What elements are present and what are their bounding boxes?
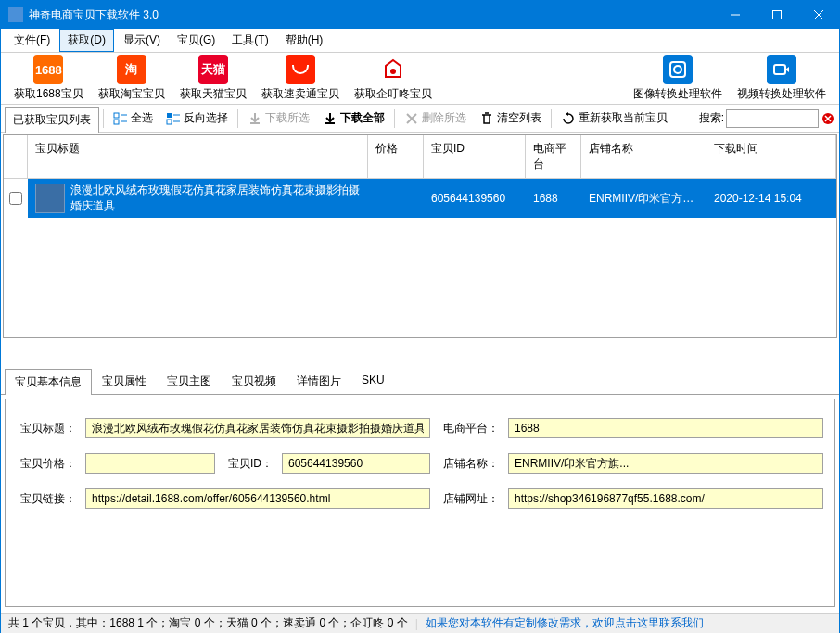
menu-help[interactable]: 帮助(H)	[278, 30, 331, 51]
field-platform[interactable]	[508, 418, 823, 438]
row-shop: ENRMIIV/印米官方旗...	[581, 187, 706, 210]
menu-view[interactable]: 显示(V)	[116, 30, 168, 51]
tab-detailimg[interactable]: 详情图片	[286, 368, 351, 394]
download-selected-label: 下载所选	[265, 110, 310, 126]
search-input[interactable]	[726, 109, 819, 128]
get-1688-label: 获取1688宝贝	[14, 86, 83, 102]
get-taobao-button[interactable]: 淘 获取淘宝宝贝	[93, 53, 171, 104]
svg-rect-5	[670, 62, 685, 77]
header-time[interactable]: 下载时间	[706, 135, 836, 178]
search-label: 搜索:	[699, 110, 724, 126]
header-platform[interactable]: 电商平台	[526, 135, 581, 178]
main-toolbar: 1688 获取1688宝贝 淘 获取淘宝宝贝 天猫 获取天猫宝贝 获取速卖通宝贝…	[1, 53, 839, 105]
header-title[interactable]: 宝贝标题	[28, 135, 368, 178]
window-controls	[714, 1, 839, 29]
clear-list-button[interactable]: 清空列表	[474, 108, 547, 129]
tab-video[interactable]: 宝贝视频	[222, 368, 286, 394]
clear-search-button[interactable]	[821, 111, 835, 126]
get-1688-button[interactable]: 1688 获取1688宝贝	[8, 53, 89, 104]
get-tmall-label: 获取天猫宝贝	[180, 86, 247, 102]
label-shopurl: 店铺网址：	[439, 491, 499, 507]
menu-item[interactable]: 宝贝(G)	[170, 30, 223, 51]
close-button[interactable]	[797, 1, 839, 29]
invert-icon	[166, 111, 181, 126]
field-id[interactable]	[282, 453, 430, 474]
window-title: 神奇电商宝贝下载软件 3.0	[29, 7, 714, 23]
header-shop[interactable]: 店铺名称	[581, 135, 706, 178]
header-price[interactable]: 价格	[368, 135, 424, 178]
titlebar: 神奇电商宝贝下载软件 3.0	[1, 1, 839, 29]
clear-list-label: 清空列表	[497, 110, 541, 126]
invert-select-button[interactable]: 反向选择	[160, 108, 234, 129]
item-table: 宝贝标题 价格 宝贝ID 电商平台 店铺名称 下载时间 浪漫北欧风绒布玫瑰假花仿…	[3, 134, 837, 338]
tab-basic[interactable]: 宝贝基本信息	[5, 369, 92, 395]
field-price[interactable]	[85, 453, 215, 474]
app-icon	[8, 7, 23, 22]
table-header: 宝贝标题 价格 宝贝ID 电商平台 店铺名称 下载时间	[4, 135, 836, 179]
header-checkbox	[4, 135, 28, 178]
menubar: 文件(F) 获取(D) 显示(V) 宝贝(G) 工具(T) 帮助(H)	[1, 29, 839, 53]
menu-tool[interactable]: 工具(T)	[224, 30, 275, 51]
delete-selected-label: 删除所选	[422, 110, 466, 126]
get-sumai-label: 获取速卖通宝贝	[261, 86, 339, 102]
svg-rect-9	[114, 120, 119, 124]
vidproc-button[interactable]: 视频转换处理软件	[732, 53, 832, 104]
status-link[interactable]: 如果您对本软件有定制修改需求，欢迎点击这里联系我们	[426, 615, 704, 631]
field-link[interactable]	[85, 488, 430, 509]
select-all-icon	[113, 111, 128, 126]
row-platform: 1688	[526, 188, 581, 209]
get-epet-button[interactable]: 获取企叮咚宝贝	[349, 53, 438, 104]
refresh-button[interactable]: 重新获取当前宝贝	[555, 108, 673, 129]
imgproc-button[interactable]: 图像转换处理软件	[628, 53, 728, 104]
field-shop[interactable]	[508, 453, 823, 474]
svg-point-4	[390, 69, 396, 74]
sumai-icon	[286, 55, 315, 84]
menu-get[interactable]: 获取(D)	[59, 29, 114, 52]
field-shopurl[interactable]	[508, 488, 823, 509]
clear-search-icon	[821, 112, 834, 125]
select-all-button[interactable]: 全选	[108, 108, 159, 129]
label-platform: 电商平台：	[439, 421, 499, 437]
row-title: 浪漫北欧风绒布玫瑰假花仿真花家居装饰仿真花束摄影拍摄婚庆道具	[70, 183, 361, 214]
delete-icon	[404, 111, 419, 126]
row-time: 2020-12-14 15:04	[706, 188, 836, 209]
refresh-label: 重新获取当前宝贝	[579, 110, 668, 126]
row-price	[368, 195, 424, 202]
download-icon	[248, 111, 262, 126]
delete-selected-button[interactable]: 删除所选	[399, 108, 472, 129]
list-tab[interactable]: 已获取宝贝列表	[5, 107, 99, 133]
label-title: 宝贝标题：	[17, 421, 76, 437]
svg-rect-13	[167, 120, 172, 124]
maximize-button[interactable]	[756, 1, 797, 29]
get-sumai-button[interactable]: 获取速卖通宝贝	[256, 53, 345, 104]
sub-toolbar: 已获取宝贝列表 全选 反向选择 下载所选 下载全部 删除所选 清空列表 重新获取…	[1, 105, 839, 133]
svg-point-6	[674, 66, 681, 73]
get-epet-label: 获取企叮咚宝贝	[354, 86, 432, 102]
svg-rect-8	[114, 113, 119, 118]
detail-tabs: 宝贝基本信息 宝贝属性 宝贝主图 宝贝视频 详情图片 SKU	[1, 366, 839, 395]
header-id[interactable]: 宝贝ID	[424, 135, 526, 178]
tab-sku[interactable]: SKU	[351, 368, 395, 394]
tab-attr[interactable]: 宝贝属性	[92, 368, 157, 394]
label-id: 宝贝ID：	[224, 456, 273, 472]
vidproc-label: 视频转换处理软件	[737, 86, 826, 102]
statusbar: 共 1 个宝贝，其中：1688 1 个；淘宝 0 个；天猫 0 个；速卖通 0 …	[1, 613, 839, 633]
menu-file[interactable]: 文件(F)	[6, 30, 57, 51]
field-title[interactable]	[85, 418, 430, 438]
row-checkbox[interactable]	[9, 192, 22, 205]
select-all-label: 全选	[131, 110, 153, 126]
status-text: 共 1 个宝贝，其中：1688 1 个；淘宝 0 个；天猫 0 个；速卖通 0 …	[8, 615, 408, 631]
svg-rect-1	[772, 11, 781, 19]
minimize-button[interactable]	[714, 1, 756, 29]
download-selected-button[interactable]: 下载所选	[242, 108, 315, 129]
get-tmall-button[interactable]: 天猫 获取天猫宝贝	[174, 53, 252, 104]
imgproc-label: 图像转换处理软件	[633, 86, 722, 102]
download-all-label: 下载全部	[340, 110, 385, 126]
invert-label: 反向选择	[184, 110, 228, 126]
tab-mainimg[interactable]: 宝贝主图	[157, 368, 222, 394]
label-link: 宝贝链接：	[17, 491, 76, 507]
refresh-icon	[561, 111, 576, 126]
download-all-button[interactable]: 下载全部	[317, 108, 390, 129]
table-row[interactable]: 浪漫北欧风绒布玫瑰假花仿真花家居装饰仿真花束摄影拍摄婚庆道具 605644139…	[4, 179, 836, 218]
label-shop: 店铺名称：	[439, 456, 499, 472]
